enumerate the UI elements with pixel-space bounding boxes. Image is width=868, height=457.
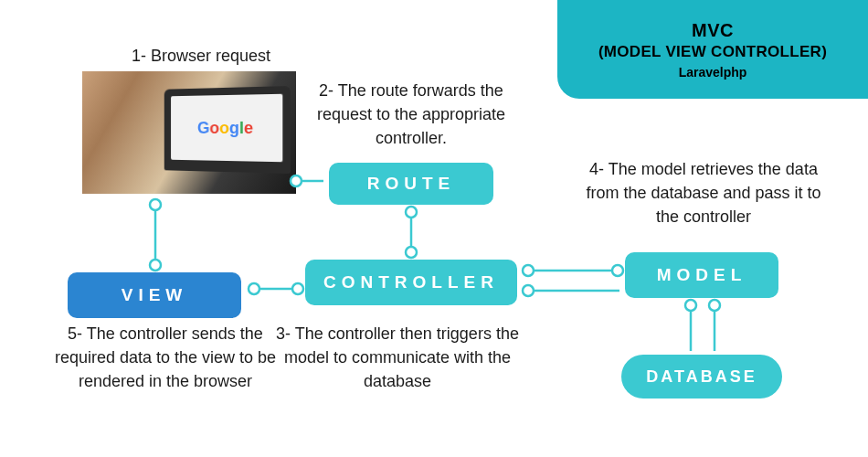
- svg-point-19: [709, 300, 720, 311]
- svg-point-7: [292, 283, 303, 294]
- svg-point-3: [406, 207, 417, 218]
- svg-point-13: [612, 265, 623, 276]
- node-view: VIEW: [68, 272, 241, 318]
- laptop-screen: Google: [171, 94, 282, 163]
- google-logo: Google: [197, 118, 253, 137]
- caption-step5: 5- The controller sends the required dat…: [42, 322, 289, 393]
- header-subtitle: (MODEL VIEW CONTROLLER): [598, 43, 827, 61]
- caption-step1: 1- Browser request: [110, 44, 292, 68]
- svg-point-10: [150, 260, 161, 271]
- caption-step2: 2- The route forwards the request to the…: [302, 79, 521, 150]
- caption-step3: 3- The controller then triggers the mode…: [274, 322, 521, 393]
- svg-point-9: [150, 199, 161, 210]
- mvc-header: MVC (MODEL VIEW CONTROLLER) Laravelphp: [557, 0, 868, 99]
- header-title: MVC: [692, 20, 734, 41]
- caption-step4: 4- The model retrieves the data from the…: [585, 157, 822, 228]
- svg-point-6: [249, 283, 259, 294]
- node-route: ROUTE: [329, 163, 493, 205]
- svg-point-15: [523, 285, 534, 296]
- svg-point-17: [685, 300, 696, 311]
- svg-point-4: [406, 247, 417, 258]
- node-controller: CONTROLLER: [305, 260, 517, 305]
- browser-request-image: Google: [82, 71, 296, 194]
- svg-point-12: [523, 265, 534, 276]
- node-model: MODEL: [625, 252, 778, 298]
- node-database: DATABASE: [621, 355, 782, 399]
- header-tagline: Laravelphp: [679, 65, 747, 80]
